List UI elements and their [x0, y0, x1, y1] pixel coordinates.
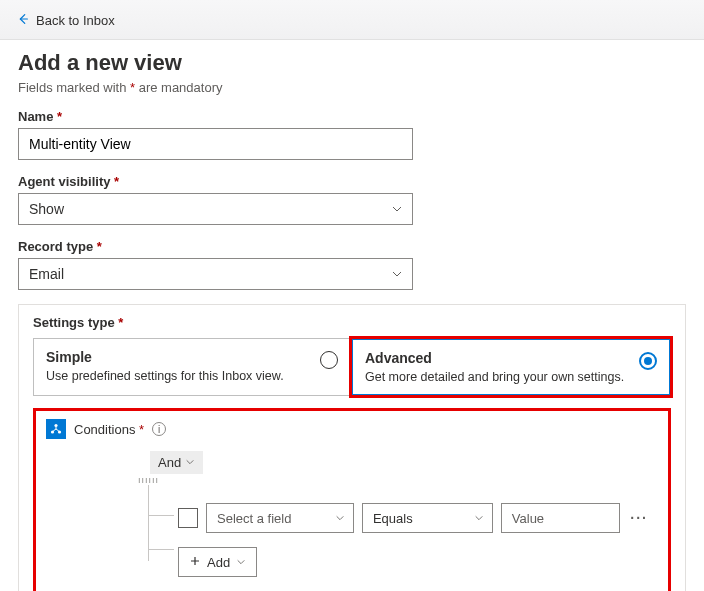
page-title: Add a new view — [18, 50, 686, 76]
radio-unchecked-icon — [320, 351, 338, 369]
radio-checked-icon — [639, 352, 657, 370]
arrow-left-icon — [16, 12, 30, 29]
settings-type-label: Settings type * — [33, 315, 671, 330]
back-to-inbox-link[interactable]: Back to Inbox — [0, 8, 131, 33]
chevron-down-icon — [185, 455, 195, 470]
settings-type-advanced[interactable]: Advanced Get more detailed and bring you… — [351, 338, 671, 396]
condition-checkbox[interactable] — [178, 508, 198, 528]
agent-visibility-select[interactable]: Show — [18, 193, 413, 225]
and-operator-chip[interactable]: And — [150, 451, 203, 474]
conditions-label: Conditions * — [74, 422, 144, 437]
agent-visibility-label: Agent visibility * — [18, 174, 686, 189]
tree-connector-horizontal — [148, 515, 174, 516]
add-condition-button[interactable]: Add — [178, 547, 257, 577]
advanced-desc: Get more detailed and bring your own set… — [365, 370, 657, 384]
info-icon[interactable]: i — [152, 422, 166, 436]
mandatory-note: Fields marked with * are mandatory — [18, 80, 686, 95]
group-drop-hint: ıııııı — [138, 475, 650, 485]
conditions-panel: Conditions * i And ıııııı — [33, 408, 671, 591]
record-type-label: Record type * — [18, 239, 686, 254]
settings-type-simple[interactable]: Simple Use predefined settings for this … — [33, 338, 351, 396]
condition-operator-select[interactable]: Equals — [362, 503, 493, 533]
simple-title: Simple — [46, 349, 338, 365]
chevron-down-icon — [474, 513, 484, 523]
svg-point-0 — [54, 424, 57, 427]
chevron-down-icon — [236, 555, 246, 570]
settings-panel: Settings type * Simple Use predefined se… — [18, 304, 686, 591]
simple-desc: Use predefined settings for this Inbox v… — [46, 369, 338, 383]
back-link-label: Back to Inbox — [36, 13, 115, 28]
record-type-select[interactable]: Email — [18, 258, 413, 290]
condition-value-input[interactable]: Value — [501, 503, 621, 533]
chevron-down-icon — [335, 513, 345, 523]
plus-icon — [189, 555, 201, 570]
condition-field-select[interactable]: Select a field — [206, 503, 354, 533]
tree-connector-horizontal — [148, 549, 174, 550]
condition-more-button[interactable]: ··· — [628, 510, 650, 526]
add-condition-row: Add — [132, 533, 650, 577]
name-input[interactable] — [18, 128, 413, 160]
condition-row: Select a field Equals Valu — [132, 485, 650, 533]
advanced-title: Advanced — [365, 350, 657, 366]
conditions-icon — [46, 419, 66, 439]
name-label: Name * — [18, 109, 686, 124]
